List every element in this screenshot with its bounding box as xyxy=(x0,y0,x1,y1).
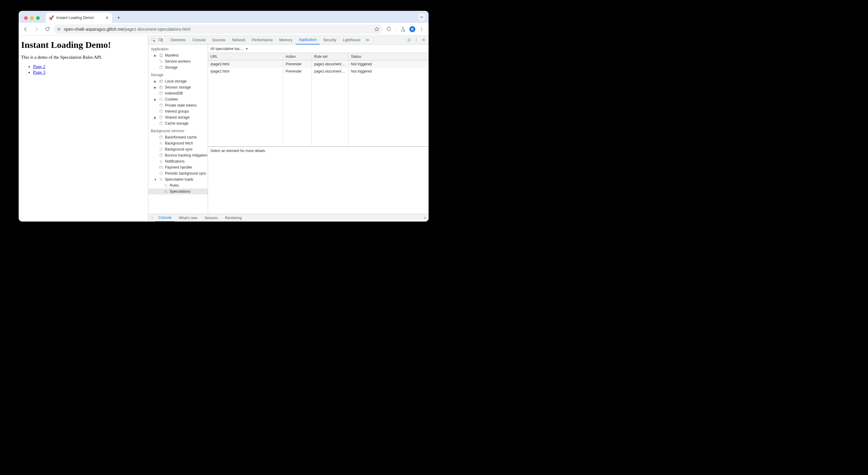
sidebar-item[interactable]: Cache storage xyxy=(148,120,208,126)
col-url[interactable]: URL xyxy=(208,53,283,60)
triangle-right-icon: ▶ xyxy=(154,98,157,101)
sidebar-item[interactable]: Periodic background sync xyxy=(148,170,208,176)
sidebar-item[interactable]: Bounce tracking mitigation xyxy=(148,152,208,158)
drawer-tab-rendering[interactable]: Rendering xyxy=(222,214,245,222)
speculations-filter-bar: All speculative loa… xyxy=(208,44,429,53)
devtools-close-button[interactable] xyxy=(420,37,427,43)
sidebar-item[interactable]: Background fetch xyxy=(148,140,208,146)
svg-point-0 xyxy=(60,28,61,28)
devtools-tab-security[interactable]: Security xyxy=(320,35,339,44)
sidebar-item-icon xyxy=(159,141,163,145)
kebab-icon xyxy=(414,38,418,42)
back-button[interactable] xyxy=(21,25,30,34)
devtools-tab-lighthouse[interactable]: Lighthouse xyxy=(340,35,364,44)
inspect-element-button[interactable] xyxy=(150,37,157,43)
sidebar-item[interactable]: ▶Session storage xyxy=(148,84,208,90)
sidebar-item[interactable]: Notifications xyxy=(148,158,208,165)
browser-window: 🚀 Instant Loading Demo! ✕ + open-chalk-a… xyxy=(19,11,429,221)
arrow-right-icon xyxy=(34,27,39,32)
devtools-tab-console[interactable]: Console xyxy=(189,35,209,44)
col-action[interactable]: Action xyxy=(283,53,312,60)
sidebar-section-title: Storage xyxy=(148,70,208,78)
devtools-settings-button[interactable] xyxy=(406,37,412,43)
devtools-tab-elements[interactable]: Elements xyxy=(168,35,189,44)
devtools-tab-application[interactable]: Application xyxy=(296,35,320,44)
svg-point-28 xyxy=(159,154,162,155)
sidebar-item-icon xyxy=(163,183,168,187)
sidebar-item[interactable]: Back/forward cache xyxy=(148,134,208,140)
reload-button[interactable] xyxy=(43,25,52,34)
sidebar-item-label: Notifications xyxy=(165,159,185,164)
arrow-left-icon xyxy=(23,27,28,32)
drawer-tab-sensors[interactable]: Sensors xyxy=(202,214,221,222)
kebab-icon xyxy=(150,216,154,220)
svg-point-10 xyxy=(408,39,410,41)
bookmark-star-icon[interactable] xyxy=(374,27,379,32)
table-row[interactable]: /page2.htmlPrerenderpage1-document-…Not … xyxy=(208,68,429,75)
sidebar-item[interactable]: ▶Manifest xyxy=(148,52,208,58)
col-ruleset[interactable]: Rule set xyxy=(312,53,348,60)
page-link[interactable]: Page 2 xyxy=(33,64,45,69)
window-controls xyxy=(22,16,43,23)
sidebar-item[interactable]: Background sync xyxy=(148,146,208,152)
sidebar-item[interactable]: IndexedDB xyxy=(148,90,208,96)
devtools-tab-performance[interactable]: Performance xyxy=(249,35,276,44)
gear-icon xyxy=(407,38,411,42)
sidebar-subitem[interactable]: Speculations xyxy=(148,188,208,195)
tab-overflow-button[interactable] xyxy=(418,13,426,21)
devtools-menu-button[interactable] xyxy=(413,37,420,43)
sidebar-item[interactable]: ▶Local storage xyxy=(148,78,208,84)
sidebar-item[interactable]: ▶Cookies xyxy=(148,96,208,102)
drawer-tab-whatsnew[interactable]: What's new xyxy=(176,214,200,222)
rendered-page: Instant Loading Demo! This is a demo of … xyxy=(19,35,148,221)
sidebar-item[interactable]: ▼Speculative loads xyxy=(148,176,208,182)
sidebar-item-icon xyxy=(159,121,163,125)
table-row[interactable]: /page3.htmlPrerenderpage1-document-…Not … xyxy=(208,60,429,68)
device-toolbar-button[interactable] xyxy=(157,37,164,43)
sidebar-item[interactable]: Storage xyxy=(148,64,208,70)
sidebar-item[interactable]: Service workers xyxy=(148,58,208,64)
drawer-close-button[interactable] xyxy=(423,216,427,220)
sidebar-item[interactable]: Private state tokens xyxy=(148,102,208,108)
devtools-tab-memory[interactable]: Memory xyxy=(276,35,295,44)
sidebar-item-icon xyxy=(159,159,163,164)
col-status[interactable]: Status xyxy=(348,53,429,60)
sidebar-item-label: Service workers xyxy=(165,59,190,63)
sidebar-item[interactable]: ▶Shared storage xyxy=(148,114,208,120)
labs-button[interactable] xyxy=(399,25,407,34)
flask-icon xyxy=(400,27,406,32)
extensions-button[interactable] xyxy=(384,25,393,34)
page-link[interactable]: Page 3 xyxy=(33,70,45,75)
triangle-right-icon: ▶ xyxy=(154,54,157,57)
browser-menu-button[interactable] xyxy=(417,25,426,34)
sidebar-item[interactable]: Interest groups xyxy=(148,108,208,114)
drawer-menu-button[interactable] xyxy=(150,216,154,220)
forward-button[interactable] xyxy=(32,25,41,34)
speculations-filter-dropdown[interactable]: All speculative loa… xyxy=(210,47,248,51)
drawer-tab-console[interactable]: Console xyxy=(155,214,175,222)
svg-point-3 xyxy=(404,30,404,31)
reload-icon xyxy=(45,27,50,32)
sidebar-item-icon xyxy=(159,165,163,170)
close-tab-icon[interactable]: ✕ xyxy=(105,16,109,20)
sidebar-item[interactable]: Payment handler xyxy=(148,165,208,170)
maximize-window-button[interactable] xyxy=(36,16,40,20)
sidebar-item-icon xyxy=(159,103,163,108)
svg-rect-29 xyxy=(159,167,162,169)
sidebar-item-label: Cache storage xyxy=(165,121,188,125)
browser-tab[interactable]: 🚀 Instant Loading Demo! ✕ xyxy=(46,13,112,23)
devtools-more-tabs[interactable] xyxy=(364,37,371,43)
profile-avatar[interactable]: B xyxy=(409,26,415,32)
sidebar-item-icon xyxy=(159,79,163,83)
sidebar-subitem[interactable]: Rules xyxy=(148,182,208,188)
minimize-window-button[interactable] xyxy=(30,16,34,20)
address-bar[interactable]: open-chalk-asparagus.glitch.me/page1-doc… xyxy=(54,24,382,34)
devtools-tab-network[interactable]: Network xyxy=(229,35,248,44)
cell-action: Prerender xyxy=(283,68,312,75)
sidebar-section-title: Application xyxy=(148,44,208,52)
site-settings-icon[interactable] xyxy=(57,27,61,32)
devtools-tab-sources[interactable]: Sources xyxy=(209,35,228,44)
close-window-button[interactable] xyxy=(24,16,28,20)
new-tab-button[interactable]: + xyxy=(114,13,123,22)
application-main: All speculative loa… URL Action Rule set… xyxy=(208,44,429,214)
